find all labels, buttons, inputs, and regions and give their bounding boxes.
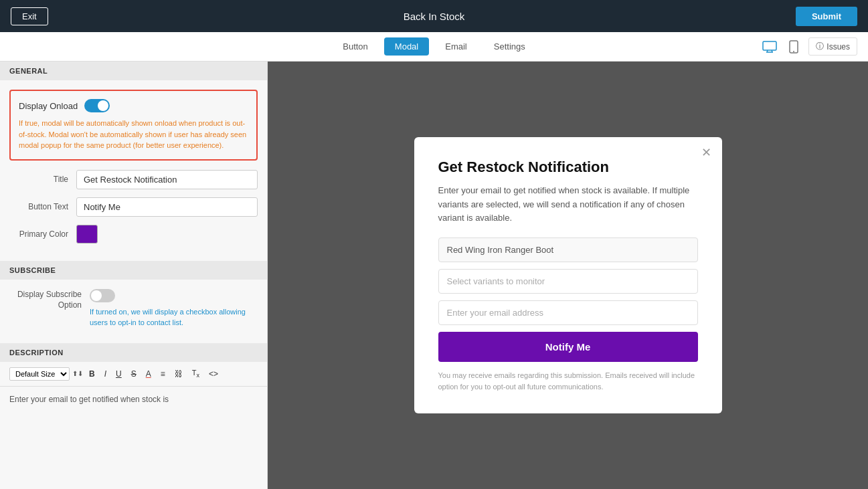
strikethrough-button[interactable]: S [128,368,140,380]
modal-box: ✕ Get Restock Notification Enter your em… [414,137,722,413]
button-text-row: Button Text [9,197,258,217]
subscribe-row: Display Subscribe Option If turned on, w… [0,280,267,338]
svg-rect-0 [763,41,776,50]
general-section-header: GENERAL [0,62,267,80]
subscribe-description: If turned on, we will display a checkbox… [90,306,258,328]
issues-icon: ⓘ [816,41,824,52]
tab-settings[interactable]: Settings [483,37,536,56]
svg-point-5 [793,51,794,52]
modal-close-button[interactable]: ✕ [701,145,711,160]
main-layout: GENERAL Display Onload If true, modal wi… [0,62,868,489]
desktop-icon[interactable] [760,37,779,56]
title-label: Title [9,175,76,184]
subscribe-section-header: SUBSCRIBE [0,261,267,280]
primary-color-swatch[interactable] [76,225,98,243]
text-color-button[interactable]: A [143,368,155,380]
subscribe-option-label: Display Subscribe Option [9,289,90,312]
tabs-center: Button Modal Email Settings [332,37,536,56]
right-panel: ✕ Get Restock Notification Enter your em… [268,62,868,489]
submit-button[interactable]: Submit [796,7,857,26]
email-input[interactable] [438,300,698,325]
size-arrow-icon: ⬆⬇ [72,370,83,377]
tabs-right: ⓘ Issues [760,37,857,56]
italic-button[interactable]: I [101,368,110,380]
title-row: Title [9,170,258,189]
tabs-bar: Button Modal Email Settings ⓘ Issues [0,32,868,62]
align-button[interactable]: ≡ [157,368,169,380]
description-section-header: DESCRIPTION [0,343,267,362]
bold-button[interactable]: B [86,368,98,380]
issues-button[interactable]: ⓘ Issues [808,37,857,56]
primary-color-label: Primary Color [9,229,76,239]
title-input[interactable] [76,170,258,189]
modal-footer-text: You may receive emails regarding this su… [438,370,698,392]
modal-description: Enter your email to get notified when st… [438,184,698,225]
issues-label: Issues [827,42,850,52]
modal-overlay: ✕ Get Restock Notification Enter your em… [268,62,868,489]
subscribe-right: If turned on, we will display a checkbox… [90,289,258,328]
display-onload-toggle[interactable] [84,99,110,112]
clear-format-button[interactable]: Tx [189,367,203,380]
header-title: Back In Stock [404,11,465,22]
link-button[interactable]: ⛓ [171,368,186,380]
button-text-label: Button Text [9,202,76,211]
tab-modal[interactable]: Modal [384,37,429,56]
onload-row: Display Onload [19,99,248,112]
modal-title: Get Restock Notification [438,159,698,176]
button-text-input[interactable] [76,197,258,217]
tab-button[interactable]: Button [332,37,379,56]
font-size-select[interactable]: Default Size [9,367,70,381]
description-content[interactable]: Enter your email to get notified when st… [0,387,267,412]
variant-select-input[interactable] [438,269,698,294]
display-onload-box: Display Onload If true, modal will be au… [9,90,258,161]
mobile-icon[interactable] [784,37,803,56]
code-button[interactable]: <> [205,368,222,380]
subscribe-toggle[interactable] [90,289,115,302]
product-name-input [438,237,698,262]
left-panel: GENERAL Display Onload If true, modal wi… [0,62,268,489]
onload-description: If true, modal will be automatically sho… [19,118,248,151]
description-toolbar: Default Size ⬆⬇ B I U S A ≡ ⛓ Tx <> [0,362,267,387]
tab-email[interactable]: Email [434,37,478,56]
app-header: Exit Back In Stock Submit [0,0,868,32]
exit-button[interactable]: Exit [11,7,48,25]
primary-color-row: Primary Color [9,225,258,243]
onload-label: Display Onload [19,101,78,111]
underline-button[interactable]: U [112,368,125,380]
general-section-content: Display Onload If true, modal will be au… [0,80,267,261]
notify-me-button[interactable]: Notify Me [438,332,698,362]
